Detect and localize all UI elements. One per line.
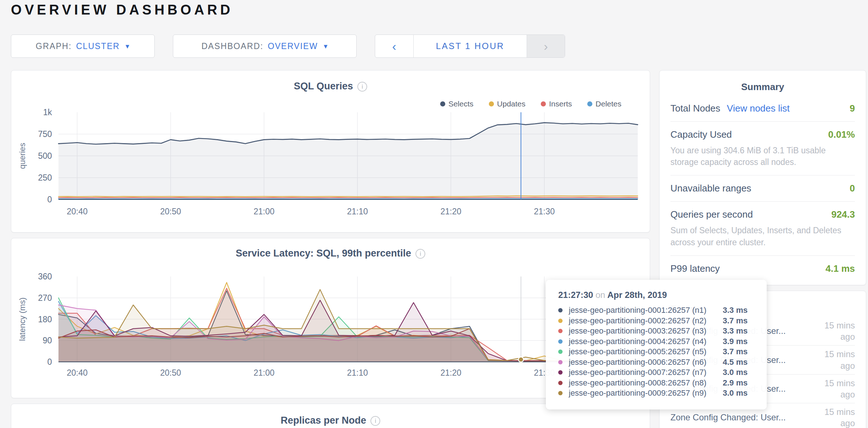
svg-text:20:40: 20:40 [67, 207, 88, 216]
service-latency-title-row: Service Latency: SQL, 99th percentilei [11, 238, 650, 259]
summary-row-capacity: Capacity Used 0.01% [670, 121, 855, 148]
time-range-selector: ‹ LAST 1 HOUR › [375, 35, 565, 58]
svg-text:21:00: 21:00 [253, 207, 275, 216]
series-dot-icon [558, 350, 563, 354]
info-icon[interactable]: i [415, 249, 425, 259]
svg-text:21:10: 21:10 [347, 368, 368, 377]
event-text: Zone Config Changed: User... [670, 412, 811, 423]
node-name: jesse-geo-partitioning-0005:26257 (n5) [569, 347, 723, 356]
series-dot-icon [558, 319, 563, 323]
sql-queries-chart[interactable]: 02505007501k20:4020:5021:0021:1021:2021:… [11, 107, 650, 233]
svg-text:21:20: 21:20 [441, 368, 462, 377]
graph-dropdown[interactable]: GRAPH: CLUSTER ▾ [11, 35, 155, 58]
svg-text:queries: queries [18, 143, 27, 169]
svg-text:1k: 1k [43, 108, 52, 117]
legend-dot-icon [489, 101, 494, 106]
info-icon[interactable]: i [370, 416, 380, 426]
node-name: jesse-geo-partitioning-0003:26257 (n3) [569, 326, 723, 336]
event-timestamp: 15 mins ago [811, 406, 855, 428]
tooltip-node-row: jesse-geo-partitioning-0004:26257 (n4)3.… [558, 336, 754, 347]
chart-title: Service Latency: SQL, 99th percentile [236, 248, 411, 259]
svg-text:500: 500 [38, 151, 52, 161]
svg-text:20:50: 20:50 [160, 368, 181, 377]
svg-text:270: 270 [38, 293, 52, 303]
summary-row-p99: P99 latency 4.1 ms [670, 255, 855, 282]
node-latency-value: 2.9 ms [723, 378, 748, 388]
series-dot-icon [558, 381, 563, 385]
tooltip-date: Apr 28th, 2019 [607, 290, 667, 300]
unavailable-ranges-value: 0 [850, 183, 855, 194]
time-prev-button[interactable]: ‹ [375, 35, 414, 57]
summary-panel: Summary Total Nodes View nodes list 9 Ca… [659, 70, 866, 285]
node-name: jesse-geo-partitioning-0007:26257 (n7) [569, 368, 723, 377]
dashboard-dropdown[interactable]: DASHBOARD: OVERVIEW ▾ [173, 35, 357, 58]
page-title: OVERVIEW DASHBOARD [11, 2, 233, 18]
summary-row-unavailable: Unavailable ranges 0 [670, 175, 855, 201]
tooltip-on: on [596, 290, 605, 300]
svg-text:20:40: 20:40 [67, 368, 88, 377]
event-timestamp: 15 mins ago [811, 320, 855, 342]
tooltip-node-row: jesse-geo-partitioning-0007:26257 (n7)3.… [558, 367, 754, 378]
tooltip-header: 21:27:30 on Apr 28th, 2019 [558, 290, 754, 300]
sql-queries-panel: SQL Queriesi SelectsUpdatesInsertsDelete… [11, 70, 650, 233]
svg-text:latency (ms): latency (ms) [18, 298, 27, 341]
node-latency-value: 3.7 ms [723, 316, 748, 326]
graph-dropdown-value: CLUSTER [76, 41, 120, 51]
node-name: jesse-geo-partitioning-0002:26257 (n2) [569, 316, 723, 326]
legend-dot-icon [587, 101, 592, 106]
svg-text:20:50: 20:50 [160, 207, 181, 216]
capacity-description: You are using 304.6 MiB of 3.1 TiB usabl… [670, 145, 855, 175]
legend-dot-icon [541, 101, 546, 106]
capacity-value: 0.01% [828, 129, 855, 140]
node-name: jesse-geo-partitioning-0004:26257 (n4) [569, 337, 723, 346]
svg-text:750: 750 [38, 129, 52, 139]
chart-hover-tooltip: 21:27:30 on Apr 28th, 2019 jesse-geo-par… [546, 280, 767, 409]
caret-down-icon: ▾ [324, 42, 328, 51]
svg-text:21:30: 21:30 [534, 207, 555, 216]
tooltip-node-row: jesse-geo-partitioning-0009:26257 (n9)3.… [558, 388, 754, 399]
series-dot-icon [558, 308, 563, 312]
sql-queries-title-row: SQL Queriesi [11, 70, 650, 92]
tooltip-node-row: jesse-geo-partitioning-0002:26257 (n2)3.… [558, 316, 754, 326]
node-name: jesse-geo-partitioning-0006:26257 (n6) [569, 358, 723, 367]
dashboard-dropdown-value: OVERVIEW [268, 41, 318, 51]
svg-text:360: 360 [38, 272, 52, 281]
svg-text:180: 180 [38, 315, 52, 324]
tooltip-node-row: jesse-geo-partitioning-0001:26257 (n1)3.… [558, 305, 754, 316]
dashboard-dropdown-label: DASHBOARD: [202, 41, 263, 51]
node-latency-value: 3.7 ms [723, 347, 748, 356]
node-latency-value: 3.0 ms [723, 388, 748, 398]
unavailable-ranges-label: Unavailable ranges [670, 183, 751, 194]
tooltip-node-row: jesse-geo-partitioning-0005:26257 (n5)3.… [558, 347, 754, 357]
node-latency-value: 4.5 ms [723, 358, 748, 367]
p99-latency-value: 4.1 ms [826, 263, 855, 274]
tooltip-node-row: jesse-geo-partitioning-0008:26257 (n8)2.… [558, 378, 754, 388]
chart-title: Replicas per Node [281, 415, 366, 426]
tooltip-node-row: jesse-geo-partitioning-0006:26257 (n6)4.… [558, 357, 754, 368]
capacity-label: Capacity Used [670, 129, 732, 140]
node-latency-value: 3.9 ms [723, 337, 748, 346]
svg-text:90: 90 [42, 336, 52, 345]
svg-text:21:20: 21:20 [441, 207, 462, 216]
view-nodes-list-link[interactable]: View nodes list [727, 103, 790, 114]
tooltip-node-row: jesse-geo-partitioning-0003:26257 (n3)3.… [558, 326, 754, 336]
caret-down-icon: ▾ [126, 42, 130, 51]
graph-dropdown-label: GRAPH: [36, 41, 72, 51]
series-dot-icon [558, 329, 563, 333]
series-dot-icon [558, 391, 563, 395]
node-latency-value: 3.3 ms [723, 306, 748, 315]
series-dot-icon [558, 370, 563, 375]
event-timestamp: 15 mins ago [811, 348, 855, 371]
time-range-label[interactable]: LAST 1 HOUR [414, 35, 527, 57]
series-dot-icon [558, 360, 563, 364]
info-icon[interactable]: i [357, 82, 367, 92]
svg-text:0: 0 [47, 195, 52, 204]
tooltip-time: 21:27:30 [558, 290, 593, 300]
qps-value: 924.3 [831, 209, 855, 220]
svg-text:21:00: 21:00 [253, 368, 275, 377]
summary-row-qps: Queries per second 924.3 [670, 201, 855, 227]
series-dot-icon [558, 339, 563, 344]
legend-dot-icon [440, 101, 445, 106]
time-next-button[interactable]: › [527, 35, 565, 57]
node-latency-value: 3.0 ms [723, 368, 748, 377]
